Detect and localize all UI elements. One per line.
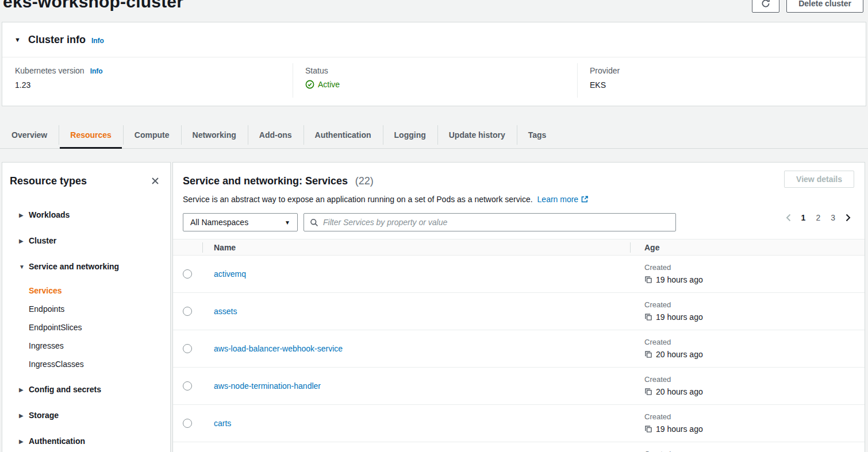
column-divider bbox=[293, 63, 293, 98]
page-number-2[interactable]: 2 bbox=[811, 211, 825, 225]
sidebar-item-ingressclasses[interactable]: IngressClasses bbox=[29, 355, 170, 373]
expand-caret-icon: ▶ bbox=[19, 238, 29, 244]
service-link-carts[interactable]: carts bbox=[214, 419, 231, 428]
collapse-caret-icon: ▼ bbox=[19, 264, 29, 270]
tab-update-history[interactable]: Update history bbox=[437, 121, 517, 148]
close-icon bbox=[151, 176, 160, 186]
copy-icon[interactable] bbox=[644, 350, 652, 358]
learn-more-link[interactable]: Learn more bbox=[537, 195, 579, 204]
column-header-name[interactable]: Name bbox=[214, 239, 236, 256]
expand-caret-icon: ▶ bbox=[19, 387, 29, 393]
header-divider bbox=[630, 242, 631, 253]
sidebar-group-workloads[interactable]: ▶ Workloads bbox=[2, 204, 170, 226]
table-row-partial: Created bbox=[173, 442, 865, 452]
provider-label: Provider bbox=[590, 66, 620, 75]
tab-logging[interactable]: Logging bbox=[383, 121, 437, 148]
services-filter-input[interactable] bbox=[323, 218, 670, 227]
delete-cluster-button[interactable]: Delete cluster bbox=[786, 0, 863, 13]
provider-value: EKS bbox=[590, 80, 620, 90]
sidebar-group-authentication[interactable]: ▶ Authentication bbox=[2, 430, 170, 452]
resource-types-panel: Resource types ▶ Workloads ▶ Cluster ▼ S… bbox=[2, 162, 171, 452]
created-label: Created bbox=[644, 412, 703, 421]
cluster-tabs: Overview Resources Compute Networking Ad… bbox=[0, 121, 868, 149]
service-link-activemq[interactable]: activemq bbox=[214, 269, 246, 279]
chevron-right-icon bbox=[843, 213, 852, 222]
sidebar-group-label: Cluster bbox=[29, 236, 56, 245]
table-row: aws-load-balancer-webhook-service Create… bbox=[173, 330, 865, 368]
status-field: Status Active bbox=[305, 66, 340, 89]
check-circle-icon bbox=[305, 80, 314, 89]
kubernetes-version-label: Kubernetes version bbox=[15, 66, 85, 75]
age-cell: Created 20 hours ago bbox=[644, 338, 703, 359]
copy-icon[interactable] bbox=[644, 388, 652, 396]
row-radio[interactable] bbox=[183, 344, 192, 353]
sidebar-group-label: Authentication bbox=[29, 436, 85, 446]
created-label: Created bbox=[644, 338, 703, 346]
sidebar-group-label: Workloads bbox=[29, 210, 70, 219]
copy-icon[interactable] bbox=[644, 276, 652, 284]
next-page-button[interactable] bbox=[840, 210, 855, 225]
expand-caret-icon: ▶ bbox=[19, 212, 29, 218]
service-link-aws-node-termination-handler[interactable]: aws-node-termination-handler bbox=[214, 381, 321, 391]
age-cell: Created 19 hours ago bbox=[644, 412, 703, 434]
eks-console-screen: eks-workshop-cluster Delete cluster ▼ Cl… bbox=[0, 0, 868, 452]
age-value: 20 hours ago bbox=[656, 387, 703, 396]
service-link-aws-load-balancer-webhook-service[interactable]: aws-load-balancer-webhook-service bbox=[214, 344, 343, 353]
column-divider bbox=[577, 63, 578, 98]
sidebar-item-endpointslices[interactable]: EndpointSlices bbox=[29, 318, 170, 337]
close-panel-button[interactable] bbox=[148, 174, 162, 188]
age-value: 19 hours ago bbox=[656, 312, 703, 322]
column-header-age[interactable]: Age bbox=[644, 239, 659, 256]
services-filter-box bbox=[304, 213, 676, 231]
services-description: Service is an abstract way to expose an … bbox=[183, 195, 533, 204]
tab-overview[interactable]: Overview bbox=[0, 121, 59, 148]
copy-icon[interactable] bbox=[644, 425, 652, 433]
cluster-info-card: ▼ Cluster info Info Kubernetes version I… bbox=[2, 22, 866, 106]
copy-icon[interactable] bbox=[644, 313, 652, 321]
tab-authentication[interactable]: Authentication bbox=[304, 121, 383, 148]
row-radio[interactable] bbox=[183, 419, 192, 428]
age-cell: Created 20 hours ago bbox=[644, 375, 703, 396]
age-value: 19 hours ago bbox=[656, 424, 703, 434]
table-row: activemq Created 19 hours ago bbox=[173, 256, 865, 293]
sidebar-group-cluster[interactable]: ▶ Cluster bbox=[2, 230, 170, 252]
tab-resources[interactable]: Resources bbox=[59, 121, 123, 148]
table-header: Name Age bbox=[173, 239, 865, 256]
sidebar-group-label: Config and secrets bbox=[29, 385, 101, 394]
tab-compute[interactable]: Compute bbox=[123, 121, 181, 148]
sidebar-item-ingresses[interactable]: Ingresses bbox=[29, 337, 170, 355]
sidebar-group-service-and-networking[interactable]: ▼ Service and networking bbox=[2, 256, 170, 277]
header-divider bbox=[202, 242, 203, 253]
tab-tags[interactable]: Tags bbox=[517, 121, 558, 148]
refresh-button[interactable] bbox=[752, 0, 779, 13]
external-link-icon bbox=[581, 195, 589, 206]
cluster-info-header[interactable]: ▼ Cluster info Info bbox=[2, 22, 866, 57]
service-link-assets[interactable]: assets bbox=[214, 307, 237, 316]
age-cell: Created bbox=[644, 450, 671, 452]
previous-page-button[interactable] bbox=[781, 210, 796, 225]
view-details-button[interactable]: View details bbox=[784, 171, 854, 188]
created-label: Created bbox=[644, 263, 703, 272]
created-label: Created bbox=[644, 300, 703, 309]
collapse-caret-icon[interactable]: ▼ bbox=[14, 36, 21, 43]
sidebar-item-endpoints[interactable]: Endpoints bbox=[29, 300, 170, 318]
page-number-3[interactable]: 3 bbox=[825, 211, 840, 225]
sidebar-item-services[interactable]: Services bbox=[29, 281, 170, 300]
row-radio[interactable] bbox=[183, 269, 192, 279]
tab-networking[interactable]: Networking bbox=[181, 121, 248, 148]
kubernetes-version-info-link[interactable]: Info bbox=[90, 67, 103, 75]
status-label: Status bbox=[305, 66, 340, 75]
namespace-select[interactable]: All Namespaces ▼ bbox=[183, 213, 298, 231]
dropdown-caret-icon: ▼ bbox=[285, 219, 290, 226]
page-number-1[interactable]: 1 bbox=[796, 211, 811, 225]
row-radio[interactable] bbox=[183, 307, 192, 316]
services-count: (22) bbox=[355, 175, 374, 187]
services-table: Name Age activemq Created 19 hours ago a… bbox=[173, 239, 865, 452]
tab-add-ons[interactable]: Add-ons bbox=[248, 121, 304, 148]
sidebar-group-storage[interactable]: ▶ Storage bbox=[2, 404, 170, 426]
sidebar-group-config-and-secrets[interactable]: ▶ Config and secrets bbox=[2, 378, 170, 400]
status-value: Active bbox=[318, 80, 340, 89]
cluster-info-info-link[interactable]: Info bbox=[91, 37, 104, 45]
sidebar-group-label: Service and networking bbox=[29, 262, 119, 271]
row-radio[interactable] bbox=[183, 381, 192, 391]
